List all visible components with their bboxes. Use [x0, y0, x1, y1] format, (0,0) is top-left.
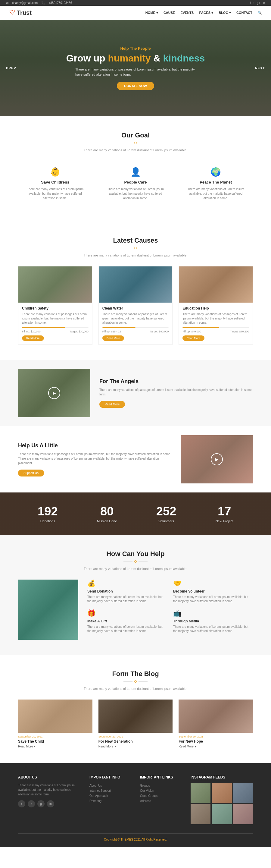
- footer-info-link-1[interactable]: Internet Support: [90, 788, 131, 793]
- insta-img-3[interactable]: [191, 804, 210, 824]
- insta-img-0[interactable]: [191, 783, 210, 803]
- footer-linkedin-icon[interactable]: in: [47, 800, 54, 807]
- nav-events[interactable]: EVENTS: [180, 11, 194, 14]
- logo[interactable]: ♡ Trust: [9, 9, 32, 17]
- footer-link-2[interactable]: Good Groups: [140, 793, 181, 798]
- navbar: ♡ Trust HOME ▾ CAUSE EVENTS PAGES ▾ BLOG…: [0, 6, 271, 20]
- cause-progress-1: [102, 327, 169, 328]
- blog-image-2: [178, 700, 253, 733]
- insta-img-1[interactable]: [212, 783, 232, 803]
- brand-name: THEMES: [121, 838, 133, 841]
- helpus-support-button[interactable]: Support Us: [18, 470, 44, 476]
- blog-post-title-1: For New Generation: [98, 739, 173, 744]
- twitter-icon[interactable]: t: [253, 1, 255, 4]
- helpus-title: Help Us A Little: [18, 442, 172, 449]
- blog-read-more-0[interactable]: Read More ▾: [18, 745, 93, 748]
- blog-card-2: September 20, 2021 For New Hope Read Mor…: [178, 700, 253, 748]
- footer-link-1[interactable]: Our Vision: [140, 788, 181, 793]
- hero-subtitle-text: Help The: [120, 46, 137, 51]
- footer-instagram-grid: [191, 783, 253, 824]
- cause-btn-2[interactable]: Read More: [182, 336, 204, 341]
- phone-number: +8801730123456: [48, 1, 72, 4]
- top-bar: ✉ charity@gmail.com 📞 +8801730123456 f t…: [0, 0, 271, 6]
- search-icon[interactable]: 🔍: [258, 11, 262, 15]
- logo-icon: ♡: [9, 9, 15, 17]
- howhelp-item-1: 🤝 Become Volunteer There are many variat…: [173, 580, 253, 603]
- cause-btn-1[interactable]: Read More: [102, 336, 124, 341]
- blog-image-1: [98, 700, 173, 733]
- howhelp-item-desc-3: There are many variations of Lorem ipsum…: [173, 625, 253, 633]
- footer-link-0[interactable]: Groups: [140, 783, 181, 788]
- blog-read-more-1[interactable]: Read More ▾: [98, 745, 173, 748]
- hero-section: Help The People Grow up humanity & kindn…: [0, 20, 271, 116]
- stat-number-0: 192: [38, 504, 58, 518]
- stats-section: 192 Donations 80 Mission Done 252 Volunt…: [0, 493, 271, 535]
- blog-section: Form The Blog There are many variations …: [0, 655, 271, 763]
- nav-links: HOME ▾ CAUSE EVENTS PAGES ▾ BLOG ▾ CONTA…: [145, 11, 262, 15]
- goal-card-desc-1: There are many variations of Lorem ipsum…: [103, 187, 168, 200]
- stat-0: 192 Donations: [38, 504, 58, 523]
- howhelp-subtitle: There are many variations of Lorem dusku…: [18, 567, 253, 570]
- hero-subtitle: Help The People: [120, 46, 150, 51]
- blog-subtitle: There are many variations of Lorem dusku…: [18, 687, 253, 690]
- stat-label-2: Volunteers: [156, 519, 176, 523]
- footer-link-3[interactable]: Address: [140, 798, 181, 804]
- footer-links-col: IMPORTANT LINKS Groups Our Vision Good G…: [140, 775, 181, 824]
- footer-info-link-2[interactable]: Our Approach: [90, 793, 131, 798]
- cause-progress-0: [22, 327, 89, 328]
- helpus-play-button[interactable]: ▶: [211, 453, 223, 465]
- nav-blog[interactable]: BLOG ▾: [218, 11, 231, 15]
- howhelp-icon-0: 💰: [87, 580, 167, 587]
- blog-title: Form The Blog: [18, 670, 253, 678]
- footer: ABOUT US There are many variations of Lo…: [0, 763, 271, 847]
- insta-img-2[interactable]: [233, 783, 253, 803]
- howhelp-image: [18, 580, 78, 640]
- cause-target-2: Target: $70,200: [230, 330, 249, 333]
- helpus-description: There are many variations of passages of…: [18, 452, 172, 465]
- blog-image-0: [18, 700, 93, 733]
- linkedin-icon[interactable]: in: [263, 1, 265, 4]
- footer-facebook-icon[interactable]: f: [18, 800, 25, 807]
- angels-play-button[interactable]: ▶: [48, 387, 60, 399]
- angels-read-more-button[interactable]: Read More: [99, 401, 125, 408]
- nav-pages[interactable]: PAGES ▾: [199, 11, 213, 15]
- phone-icon: 📞: [41, 1, 45, 4]
- stat-number-2: 252: [156, 504, 176, 518]
- insta-img-4[interactable]: [212, 804, 232, 824]
- goal-subtitle: There are many variations of Lorem dusku…: [18, 148, 253, 152]
- nav-contact[interactable]: CONTACT: [236, 11, 252, 14]
- footer-info-link-0[interactable]: About Us: [90, 783, 131, 788]
- howhelp-grid: 💰 Send Donation There are many variation…: [18, 580, 253, 640]
- goal-card-2: 🌍 Peace The Planet There are many variat…: [178, 161, 253, 207]
- facebook-icon[interactable]: f: [250, 1, 251, 4]
- angels-description: There are many variations of passages of…: [99, 388, 253, 397]
- nav-cause[interactable]: CAUSE: [164, 11, 175, 14]
- cause-card-1: Clean Water There are many variations of…: [98, 266, 173, 345]
- cause-btn-0[interactable]: Read More: [22, 336, 44, 341]
- angels-section: ▶ For The Angels There are many variatio…: [0, 360, 271, 426]
- goal-card-1: 👤 People Care There are many variations …: [98, 161, 173, 207]
- insta-img-5[interactable]: [233, 804, 253, 824]
- goal-cards: 👶 Save Childrens There are many variatio…: [18, 161, 253, 207]
- donate-button[interactable]: DONATE NOW: [117, 82, 154, 90]
- footer-about-title: ABOUT US: [18, 775, 80, 779]
- footer-insta-title: INSTAGRAM FEEDS: [191, 775, 253, 779]
- cause-title-0: Children Safety: [22, 306, 89, 310]
- goal-card-0: 👶 Save Childrens There are many variatio…: [18, 161, 93, 207]
- email-icon: ✉: [6, 1, 8, 4]
- angels-content: For The Angels There are many variations…: [99, 378, 253, 408]
- footer-twitter-icon[interactable]: t: [28, 800, 35, 807]
- footer-info-link-3[interactable]: Donating: [90, 798, 131, 804]
- footer-google-icon[interactable]: g: [37, 800, 44, 807]
- angels-video: ▶: [18, 369, 90, 417]
- footer-info-col: IMPORTANT INFO About Us Internet Support…: [90, 775, 131, 824]
- nav-home[interactable]: HOME ▾: [145, 11, 158, 15]
- googleplus-icon[interactable]: g+: [257, 1, 260, 4]
- causes-section: Latest Causes There are many variations …: [0, 221, 271, 360]
- causes-grid: Children Safety There are many variation…: [18, 266, 253, 345]
- blog-read-more-2[interactable]: Read More ▾: [178, 745, 253, 748]
- howhelp-item-desc-0: There are many variations of Lorem ipsum…: [87, 595, 167, 603]
- cause-card-2: Education Help There are many variations…: [178, 266, 253, 345]
- causes-subtitle: There are many variations of Lorem dusku…: [18, 253, 253, 257]
- cause-raised-2: Fill up: $40,000: [182, 330, 201, 333]
